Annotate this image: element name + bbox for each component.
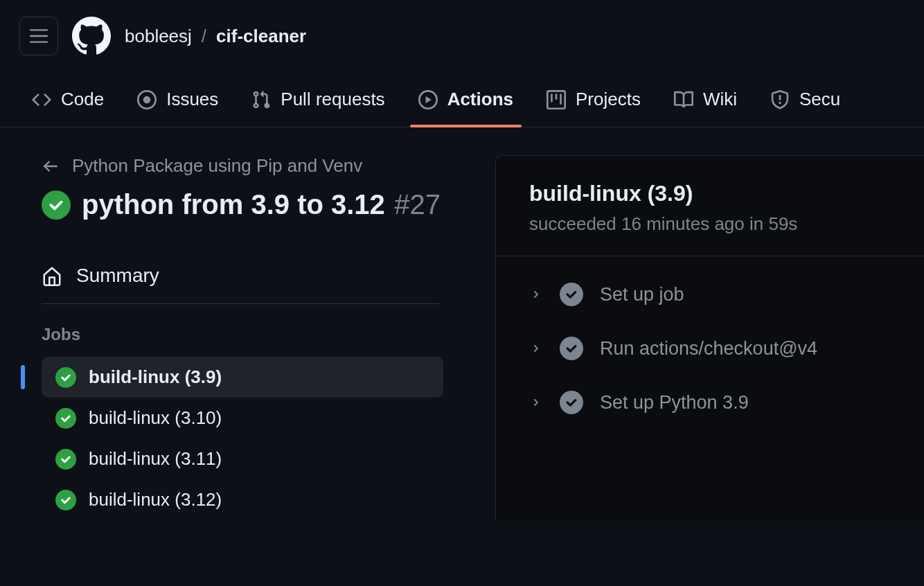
book-icon: [674, 90, 693, 109]
breadcrumb-owner[interactable]: bobleesj: [125, 26, 192, 47]
home-icon: [42, 265, 62, 286]
job-panel-title: build-linux (3.9): [529, 181, 891, 206]
tab-pulls[interactable]: Pull requests: [239, 72, 397, 127]
job-panel: build-linux (3.9) succeeded 16 minutes a…: [495, 155, 924, 520]
jobs-list: build-linux (3.9) build-linux (3.10) bui…: [42, 357, 495, 520]
job-item[interactable]: build-linux (3.11): [42, 438, 443, 479]
chevron-right-icon: [529, 289, 543, 300]
chevron-right-icon: [529, 397, 543, 408]
step-row[interactable]: Run actions/checkout@v4: [496, 321, 924, 375]
top-bar: bobleesj / cif-cleaner: [0, 0, 924, 72]
step-label: Set up Python 3.9: [600, 392, 749, 414]
main-area: Python Package using Pip and Venv python…: [0, 127, 924, 520]
tab-code-label: Code: [61, 89, 104, 110]
job-item[interactable]: build-linux (3.10): [42, 398, 443, 438]
step-row[interactable]: Set up job: [496, 267, 924, 321]
back-link[interactable]: Python Package using Pip and Venv: [42, 155, 495, 177]
step-success-icon: [560, 283, 583, 306]
job-item-label: build-linux (3.10): [89, 407, 222, 429]
run-title-wrap: python from 3.9 to 3.12 #27: [82, 189, 441, 220]
job-panel-subtitle: succeeded 16 minutes ago in 59s: [529, 213, 891, 235]
tab-actions[interactable]: Actions: [406, 72, 526, 127]
tab-pulls-label: Pull requests: [281, 89, 384, 110]
run-title-row: python from 3.9 to 3.12 #27: [42, 189, 495, 220]
breadcrumb: bobleesj / cif-cleaner: [125, 26, 306, 47]
run-number: #27: [394, 189, 441, 220]
left-column: Python Package using Pip and Venv python…: [0, 155, 495, 520]
success-status-icon: [55, 367, 76, 388]
step-label: Run actions/checkout@v4: [600, 338, 817, 359]
job-item[interactable]: build-linux (3.9): [42, 357, 443, 398]
hamburger-icon: [30, 29, 48, 43]
jobs-heading: Jobs: [42, 325, 495, 344]
code-icon: [32, 90, 51, 109]
breadcrumb-separator: /: [202, 26, 206, 47]
tab-wiki[interactable]: Wiki: [661, 72, 749, 127]
play-circle-icon: [418, 90, 438, 109]
sidebar-divider: [42, 303, 440, 304]
github-mark-icon: [72, 17, 111, 55]
steps-list: Set up job Run actions/checkout@v4 Set u…: [496, 256, 924, 441]
success-status-icon: [55, 490, 76, 510]
projects-icon: [547, 90, 566, 109]
job-panel-header: build-linux (3.9) succeeded 16 minutes a…: [496, 156, 924, 256]
repo-nav: Code Issues Pull requests Actions Projec…: [0, 72, 924, 127]
github-logo[interactable]: [72, 17, 111, 55]
hamburger-button[interactable]: [19, 17, 58, 55]
tab-projects-label: Projects: [576, 89, 641, 110]
tab-security-label: Secu: [799, 89, 840, 110]
shield-icon: [770, 90, 790, 109]
tab-actions-label: Actions: [447, 89, 513, 110]
success-status-icon: [42, 190, 71, 220]
job-item-label: build-linux (3.11): [89, 448, 222, 470]
success-status-icon: [55, 449, 76, 470]
breadcrumb-repo[interactable]: cif-cleaner: [216, 26, 306, 47]
back-link-label: Python Package using Pip and Venv: [72, 155, 362, 177]
tab-issues[interactable]: Issues: [125, 72, 231, 127]
tab-wiki-label: Wiki: [703, 89, 737, 110]
success-status-icon: [55, 408, 76, 429]
issue-icon: [137, 90, 157, 109]
summary-label: Summary: [76, 265, 159, 287]
step-success-icon: [560, 337, 583, 360]
job-item-label: build-linux (3.9): [89, 366, 222, 388]
job-item-label: build-linux (3.12): [89, 489, 222, 510]
tab-code[interactable]: Code: [19, 72, 116, 127]
pull-request-icon: [251, 90, 271, 109]
step-label: Set up job: [600, 284, 684, 305]
step-success-icon: [560, 391, 583, 414]
tab-projects[interactable]: Projects: [534, 72, 653, 127]
tab-security[interactable]: Secu: [758, 72, 853, 127]
job-item[interactable]: build-linux (3.12): [42, 479, 443, 520]
chevron-right-icon: [529, 343, 543, 354]
arrow-left-icon: [42, 157, 60, 175]
run-title: python from 3.9 to 3.12: [82, 189, 385, 220]
step-row[interactable]: Set up Python 3.9: [496, 375, 924, 429]
tab-issues-label: Issues: [166, 89, 218, 110]
summary-link[interactable]: Summary: [42, 255, 495, 303]
